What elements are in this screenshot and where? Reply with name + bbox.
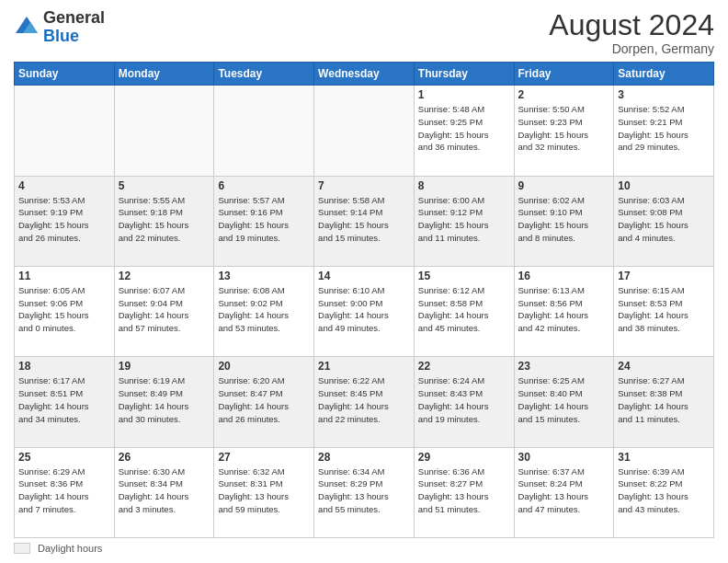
day-number: 5: [119, 179, 210, 192]
day-info: Sunrise: 6:37 AM Sunset: 8:24 PM Dayligh…: [518, 465, 610, 516]
col-saturday: Saturday: [614, 63, 714, 86]
table-row: 28Sunrise: 6:34 AM Sunset: 8:29 PM Dayli…: [314, 447, 415, 537]
header: General Blue August 2024 Dorpen, Germany: [14, 9, 714, 56]
day-number: 29: [418, 451, 510, 464]
day-info: Sunrise: 6:25 AM Sunset: 8:40 PM Dayligh…: [518, 374, 610, 425]
day-number: 6: [218, 179, 310, 192]
day-info: Sunrise: 6:24 AM Sunset: 8:43 PM Dayligh…: [418, 374, 510, 425]
table-row: 7Sunrise: 5:58 AM Sunset: 9:14 PM Daylig…: [314, 176, 415, 266]
logo-general: General: [43, 8, 105, 27]
day-number: 14: [318, 270, 410, 282]
col-monday: Monday: [114, 63, 214, 86]
col-sunday: Sunday: [15, 63, 115, 86]
logo-blue: Blue: [43, 27, 79, 45]
table-row: 3Sunrise: 5:52 AM Sunset: 9:21 PM Daylig…: [614, 86, 714, 176]
table-row: 13Sunrise: 6:08 AM Sunset: 9:02 PM Dayli…: [214, 266, 314, 356]
day-number: 10: [618, 179, 710, 192]
day-info: Sunrise: 5:58 AM Sunset: 9:14 PM Dayligh…: [318, 194, 410, 245]
day-info: Sunrise: 6:15 AM Sunset: 8:53 PM Dayligh…: [618, 284, 710, 335]
day-info: Sunrise: 6:36 AM Sunset: 8:27 PM Dayligh…: [418, 465, 510, 516]
legend-label: Daylight hours: [38, 543, 102, 554]
day-number: 19: [119, 360, 210, 373]
day-info: Sunrise: 6:08 AM Sunset: 9:02 PM Dayligh…: [218, 284, 310, 335]
calendar-week-row: 18Sunrise: 6:17 AM Sunset: 8:51 PM Dayli…: [15, 357, 714, 447]
table-row: 25Sunrise: 6:29 AM Sunset: 8:36 PM Dayli…: [15, 447, 115, 537]
day-number: 8: [418, 179, 510, 192]
table-row: 12Sunrise: 6:07 AM Sunset: 9:04 PM Dayli…: [114, 266, 214, 356]
day-info: Sunrise: 6:30 AM Sunset: 8:34 PM Dayligh…: [119, 465, 210, 516]
col-tuesday: Tuesday: [214, 63, 314, 86]
table-row: 30Sunrise: 6:37 AM Sunset: 8:24 PM Dayli…: [514, 447, 614, 537]
day-number: 17: [618, 270, 710, 282]
page: General Blue August 2024 Dorpen, Germany…: [0, 0, 728, 563]
day-number: 24: [618, 360, 710, 373]
table-row: 24Sunrise: 6:27 AM Sunset: 8:38 PM Dayli…: [614, 357, 714, 447]
day-info: Sunrise: 6:02 AM Sunset: 9:10 PM Dayligh…: [518, 194, 610, 245]
day-info: Sunrise: 6:20 AM Sunset: 8:47 PM Dayligh…: [218, 374, 310, 425]
day-number: 21: [318, 360, 410, 373]
day-info: Sunrise: 6:05 AM Sunset: 9:06 PM Dayligh…: [18, 284, 110, 335]
day-info: Sunrise: 6:27 AM Sunset: 8:38 PM Dayligh…: [618, 374, 710, 425]
day-number: 15: [418, 270, 510, 282]
calendar-week-row: 4Sunrise: 5:53 AM Sunset: 9:19 PM Daylig…: [15, 176, 714, 266]
day-info: Sunrise: 5:52 AM Sunset: 9:21 PM Dayligh…: [618, 103, 710, 154]
month-title: August 2024: [549, 9, 714, 41]
table-row: 17Sunrise: 6:15 AM Sunset: 8:53 PM Dayli…: [614, 266, 714, 356]
day-number: 16: [518, 270, 610, 282]
table-row: 27Sunrise: 6:32 AM Sunset: 8:31 PM Dayli…: [214, 447, 314, 537]
table-row: 23Sunrise: 6:25 AM Sunset: 8:40 PM Dayli…: [514, 357, 614, 447]
table-row: 15Sunrise: 6:12 AM Sunset: 8:58 PM Dayli…: [414, 266, 514, 356]
day-number: 2: [518, 88, 610, 101]
table-row: [15, 86, 115, 176]
day-info: Sunrise: 6:00 AM Sunset: 9:12 PM Dayligh…: [418, 194, 510, 245]
table-row: [314, 86, 415, 176]
day-number: 28: [318, 451, 410, 464]
table-row: 18Sunrise: 6:17 AM Sunset: 8:51 PM Dayli…: [15, 357, 115, 447]
table-row: [114, 86, 214, 176]
calendar-week-row: 11Sunrise: 6:05 AM Sunset: 9:06 PM Dayli…: [15, 266, 714, 356]
day-info: Sunrise: 6:19 AM Sunset: 8:49 PM Dayligh…: [119, 374, 210, 425]
table-row: 4Sunrise: 5:53 AM Sunset: 9:19 PM Daylig…: [15, 176, 115, 266]
day-number: 26: [119, 451, 210, 464]
day-number: 18: [18, 360, 110, 373]
day-number: 27: [218, 451, 310, 464]
legend-box: [14, 543, 30, 554]
day-info: Sunrise: 6:13 AM Sunset: 8:56 PM Dayligh…: [518, 284, 610, 335]
title-block: August 2024 Dorpen, Germany: [549, 9, 714, 56]
logo: General Blue: [14, 9, 105, 46]
day-info: Sunrise: 6:07 AM Sunset: 9:04 PM Dayligh…: [119, 284, 210, 335]
day-number: 20: [218, 360, 310, 373]
logo-text: General Blue: [43, 9, 105, 46]
day-info: Sunrise: 6:34 AM Sunset: 8:29 PM Dayligh…: [318, 465, 410, 516]
table-row: 10Sunrise: 6:03 AM Sunset: 9:08 PM Dayli…: [614, 176, 714, 266]
table-row: 8Sunrise: 6:00 AM Sunset: 9:12 PM Daylig…: [414, 176, 514, 266]
table-row: 1Sunrise: 5:48 AM Sunset: 9:25 PM Daylig…: [414, 86, 514, 176]
day-number: 11: [18, 270, 110, 282]
day-info: Sunrise: 5:55 AM Sunset: 9:18 PM Dayligh…: [119, 194, 210, 245]
col-friday: Friday: [514, 63, 614, 86]
day-number: 12: [119, 270, 210, 282]
day-info: Sunrise: 5:50 AM Sunset: 9:23 PM Dayligh…: [518, 103, 610, 154]
day-number: 13: [218, 270, 310, 282]
day-info: Sunrise: 6:12 AM Sunset: 8:58 PM Dayligh…: [418, 284, 510, 335]
table-row: 22Sunrise: 6:24 AM Sunset: 8:43 PM Dayli…: [414, 357, 514, 447]
calendar-table: Sunday Monday Tuesday Wednesday Thursday…: [14, 62, 714, 538]
day-info: Sunrise: 6:39 AM Sunset: 8:22 PM Dayligh…: [618, 465, 710, 516]
table-row: 2Sunrise: 5:50 AM Sunset: 9:23 PM Daylig…: [514, 86, 614, 176]
day-number: 22: [418, 360, 510, 373]
table-row: 31Sunrise: 6:39 AM Sunset: 8:22 PM Dayli…: [614, 447, 714, 537]
calendar-week-row: 1Sunrise: 5:48 AM Sunset: 9:25 PM Daylig…: [15, 86, 714, 176]
day-info: Sunrise: 6:22 AM Sunset: 8:45 PM Dayligh…: [318, 374, 410, 425]
day-info: Sunrise: 5:48 AM Sunset: 9:25 PM Dayligh…: [418, 103, 510, 154]
location-subtitle: Dorpen, Germany: [549, 41, 714, 56]
day-number: 3: [618, 88, 710, 101]
day-info: Sunrise: 6:03 AM Sunset: 9:08 PM Dayligh…: [618, 194, 710, 245]
table-row: [214, 86, 314, 176]
col-thursday: Thursday: [414, 63, 514, 86]
table-row: 5Sunrise: 5:55 AM Sunset: 9:18 PM Daylig…: [114, 176, 214, 266]
day-info: Sunrise: 6:10 AM Sunset: 9:00 PM Dayligh…: [318, 284, 410, 335]
day-info: Sunrise: 6:32 AM Sunset: 8:31 PM Dayligh…: [218, 465, 310, 516]
day-info: Sunrise: 5:57 AM Sunset: 9:16 PM Dayligh…: [218, 194, 310, 245]
table-row: 19Sunrise: 6:19 AM Sunset: 8:49 PM Dayli…: [114, 357, 214, 447]
day-number: 1: [418, 88, 510, 101]
